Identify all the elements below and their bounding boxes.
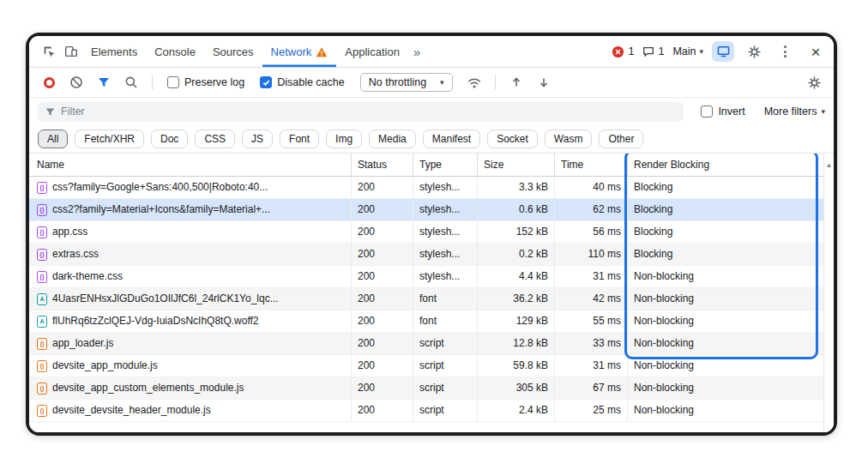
column-header-time[interactable]: Time: [555, 154, 628, 176]
more-tabs-icon[interactable]: »: [408, 45, 425, 59]
tab-application[interactable]: Application: [336, 36, 408, 67]
chip-css[interactable]: CSS: [195, 130, 235, 148]
render-blocking-cell: Non-blocking: [628, 355, 823, 377]
toolbar-divider: [495, 75, 496, 90]
table-row[interactable]: devsite_app_custom_elements_module.js 20…: [29, 377, 823, 400]
table-row[interactable]: dark-theme.css 200 stylesh... 4.4 kB 31 …: [29, 266, 823, 288]
filter-row: Invert More filters ▾: [29, 98, 834, 125]
chip-media[interactable]: Media: [369, 130, 416, 148]
message-bubble-icon: [642, 45, 654, 57]
tab-label: Network: [271, 45, 312, 58]
type-cell: script: [413, 400, 478, 421]
time-cell: 33 ms: [555, 333, 628, 354]
chip-fetch-xhr[interactable]: Fetch/XHR: [75, 130, 144, 148]
table-row[interactable]: extras.css 200 stylesh... 0.2 kB 110 ms …: [29, 244, 823, 266]
request-type-filters: All Fetch/XHR Doc CSS JS Font Img Media …: [29, 125, 834, 154]
request-name: css?family=Google+Sans:400,500|Roboto:40…: [52, 177, 268, 198]
column-header-name[interactable]: Name: [29, 154, 352, 176]
type-cell: stylesh...: [413, 266, 478, 287]
time-cell: 67 ms: [555, 377, 628, 399]
clear-icon[interactable]: [65, 71, 87, 93]
column-header-type[interactable]: Type: [413, 154, 478, 176]
request-name: css2?family=Material+Icons&family=Materi…: [52, 199, 270, 220]
render-blocking-cell: Blocking: [628, 177, 823, 198]
chip-other[interactable]: Other: [599, 130, 643, 148]
search-icon[interactable]: [120, 71, 142, 93]
request-name: devsite_app_module.js: [52, 355, 158, 377]
tab-elements[interactable]: Elements: [82, 36, 146, 67]
error-badge[interactable]: 1: [612, 45, 634, 58]
tab-network[interactable]: Network: [262, 36, 337, 67]
request-name: app_loader.js: [52, 333, 113, 354]
table-row[interactable]: app.css 200 stylesh... 152 kB 56 ms Bloc…: [29, 221, 823, 244]
tab-console[interactable]: Console: [146, 36, 204, 67]
filter-input-wrapper: [38, 102, 684, 122]
table-row[interactable]: css2?family=Material+Icons&family=Materi…: [29, 199, 823, 221]
preserve-log-checkbox[interactable]: Preserve log: [167, 76, 244, 88]
time-cell: 110 ms: [555, 244, 628, 265]
font-icon: [37, 293, 47, 305]
invert-checkbox[interactable]: Invert: [701, 105, 744, 118]
screencast-icon[interactable]: [712, 41, 734, 62]
table-row[interactable]: devsite_app_module.js 200 script 59.8 kB…: [29, 355, 823, 377]
render-blocking-cell: Non-blocking: [628, 377, 823, 399]
export-har-icon[interactable]: [533, 71, 555, 93]
chip-doc[interactable]: Doc: [151, 130, 188, 148]
more-filters-button[interactable]: More filters ▾: [764, 105, 825, 118]
tab-label: Console: [154, 45, 196, 58]
import-har-icon[interactable]: [505, 71, 527, 93]
status-cell: 200: [352, 333, 413, 354]
name-cell: dark-theme.css: [29, 266, 352, 287]
time-cell: 42 ms: [555, 288, 628, 310]
context-selector[interactable]: Main ▾: [672, 45, 703, 57]
disable-cache-checkbox[interactable]: Disable cache: [260, 76, 345, 88]
type-cell: font: [413, 310, 478, 332]
tab-sources[interactable]: Sources: [204, 36, 262, 67]
scroll-up-arrow-icon[interactable]: ▲: [826, 161, 833, 432]
chip-manifest[interactable]: Manifest: [423, 130, 480, 148]
chip-font[interactable]: Font: [280, 130, 319, 148]
record-button[interactable]: [38, 71, 60, 93]
network-toolbar: Preserve log Disable cache No throttling…: [29, 68, 834, 98]
stylesheet-icon: [37, 249, 47, 261]
chip-all[interactable]: All: [38, 130, 68, 148]
table-scrollbar[interactable]: ▲: [823, 154, 834, 432]
filter-input[interactable]: [61, 105, 677, 118]
chevron-down-icon: ▾: [821, 108, 825, 116]
table-row[interactable]: flUhRq6tzZclQEJ-Vdg-IuiaDsNcIhQ8tQ.woff2…: [29, 310, 823, 333]
table-row[interactable]: devsite_devsite_header_module.js 200 scr…: [29, 400, 823, 422]
tab-label: Application: [345, 45, 400, 58]
column-header-size[interactable]: Size: [478, 154, 555, 176]
chip-img[interactable]: Img: [326, 130, 362, 148]
render-blocking-cell: Non-blocking: [628, 400, 823, 421]
checkbox-unchecked-icon: [701, 105, 713, 118]
more-filters-label: More filters: [764, 105, 817, 118]
chip-wasm[interactable]: Wasm: [545, 130, 593, 148]
font-icon: [37, 316, 47, 328]
network-conditions-icon[interactable]: [463, 71, 485, 93]
filter-icon[interactable]: [93, 71, 115, 93]
table-row[interactable]: app_loader.js 200 script 12.8 kB 33 ms N…: [29, 333, 823, 355]
table-row[interactable]: 4UasrENHsxJlGDuGo1OIlJfC6l_24rlCK1Yo_lqc…: [29, 288, 823, 310]
type-cell: script: [413, 377, 478, 399]
status-cell: 200: [352, 221, 413, 243]
chip-js[interactable]: JS: [242, 130, 273, 148]
table-body: css?family=Google+Sans:400,500|Roboto:40…: [29, 177, 834, 422]
table-row[interactable]: css?family=Google+Sans:400,500|Roboto:40…: [29, 177, 823, 199]
kebab-menu-icon[interactable]: [774, 40, 796, 63]
close-icon[interactable]: ×: [805, 40, 827, 63]
settings-gear-icon[interactable]: [743, 40, 765, 63]
inspect-element-icon[interactable]: [38, 40, 60, 63]
type-cell: stylesh...: [413, 199, 478, 220]
device-toolbar-icon[interactable]: [60, 40, 82, 63]
size-cell: 59.8 kB: [478, 355, 555, 377]
chip-socket[interactable]: Socket: [487, 130, 538, 148]
column-header-render-blocking[interactable]: Render Blocking: [628, 154, 823, 176]
time-cell: 25 ms: [555, 400, 628, 421]
console-message-badge[interactable]: 1: [642, 45, 664, 57]
size-cell: 129 kB: [478, 310, 555, 332]
time-cell: 31 ms: [555, 355, 628, 377]
throttling-select[interactable]: No throttling ▾: [360, 73, 453, 92]
network-settings-gear-icon[interactable]: [803, 71, 825, 93]
column-header-status[interactable]: Status: [352, 154, 413, 176]
